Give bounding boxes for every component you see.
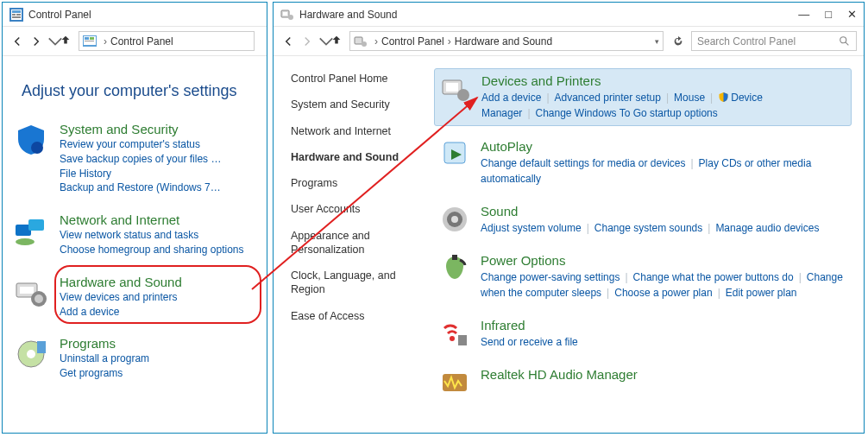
block-link[interactable]: Add a device bbox=[481, 92, 541, 104]
settings-block: SoundAdjust system volume|Change system … bbox=[434, 200, 852, 240]
block-icon bbox=[440, 73, 471, 104]
search-input[interactable]: Search Control Panel bbox=[691, 31, 857, 51]
side-nav-item[interactable]: Network and Internet bbox=[291, 124, 429, 138]
svg-rect-4 bbox=[16, 14, 21, 16]
category-link[interactable]: Backup and Restore (Windows 7… bbox=[60, 180, 256, 195]
maximize-button[interactable]: □ bbox=[825, 8, 832, 21]
settings-block: InfraredSend or receive a file bbox=[434, 314, 852, 354]
category-link[interactable]: Uninstall a program bbox=[60, 352, 256, 366]
nav-toolbar: › Control Panel › Hardware and Sound ▾ S… bbox=[274, 27, 864, 56]
hardware-and-sound-window: Hardware and Sound — □ ✕ › Control Panel… bbox=[273, 2, 865, 434]
refresh-button[interactable] bbox=[669, 32, 688, 51]
forward-button[interactable] bbox=[299, 34, 315, 49]
block-title[interactable]: Realtek HD Audio Manager bbox=[481, 367, 638, 382]
category-title[interactable]: Network and Internet bbox=[60, 212, 179, 227]
hardware-sound-icon bbox=[280, 8, 294, 22]
minimize-button[interactable]: — bbox=[798, 8, 809, 21]
category-title[interactable]: System and Security bbox=[60, 122, 179, 136]
svg-rect-23 bbox=[283, 12, 287, 16]
side-nav-item[interactable]: Hardware and Sound bbox=[291, 150, 429, 164]
breadcrumb-item[interactable]: Hardware and Sound bbox=[455, 35, 552, 48]
block-link[interactable]: Advanced printer setup bbox=[555, 92, 661, 104]
side-nav-item[interactable]: Appearance and Personalization bbox=[291, 229, 429, 257]
block-title[interactable]: Power Options bbox=[481, 253, 846, 268]
block-link[interactable]: Change system sounds bbox=[594, 222, 702, 234]
block-icon bbox=[439, 139, 470, 170]
main-panel: Devices and PrintersAdd a device|Advance… bbox=[429, 56, 864, 411]
side-nav-item[interactable]: Programs bbox=[291, 176, 429, 190]
block-link[interactable]: Change what the power buttons do bbox=[633, 271, 794, 283]
block-title[interactable]: Sound bbox=[481, 204, 819, 218]
content-area: Control Panel HomeSystem and SecurityNet… bbox=[274, 56, 864, 411]
category-icon bbox=[13, 122, 49, 158]
breadcrumb-dropdown[interactable]: ▾ bbox=[655, 37, 659, 46]
svg-point-36 bbox=[451, 216, 458, 223]
block-icon bbox=[439, 367, 470, 398]
category-item: Network and InternetView network status … bbox=[13, 208, 256, 262]
titlebar: Hardware and Sound — □ ✕ bbox=[274, 3, 864, 27]
category-title[interactable]: Hardware and Sound bbox=[60, 275, 182, 289]
block-title[interactable]: AutoPlay bbox=[481, 139, 846, 154]
side-nav-item[interactable]: Clock, Language, and Region bbox=[291, 269, 429, 297]
svg-rect-30 bbox=[446, 83, 458, 92]
close-button[interactable]: ✕ bbox=[847, 8, 857, 21]
svg-rect-9 bbox=[90, 37, 94, 40]
category-link[interactable]: Review your computer's status bbox=[60, 137, 256, 152]
location-icon bbox=[354, 35, 368, 48]
titlebar: Control Panel bbox=[3, 3, 267, 27]
side-nav-item[interactable]: System and Security bbox=[291, 98, 429, 111]
category-link[interactable]: Get programs bbox=[60, 366, 256, 381]
svg-line-28 bbox=[846, 41, 849, 45]
side-nav-item[interactable]: Control Panel Home bbox=[291, 72, 429, 86]
side-nav-item[interactable]: Ease of Access bbox=[291, 309, 429, 323]
address-bar[interactable]: › Control Panel › Hardware and Sound ▾ bbox=[349, 31, 664, 51]
back-button[interactable] bbox=[9, 34, 25, 49]
settings-block: Power OptionsChange power-saving setting… bbox=[434, 249, 852, 305]
page-heading: Adjust your computer's settings bbox=[22, 82, 267, 100]
block-link[interactable]: Adjust system volume bbox=[481, 222, 582, 234]
window-title: Control Panel bbox=[28, 9, 260, 21]
forward-button[interactable] bbox=[28, 34, 44, 49]
category-item: ProgramsUninstall a programGet programs bbox=[13, 332, 256, 385]
recent-dropdown[interactable] bbox=[318, 34, 327, 49]
recent-dropdown[interactable] bbox=[47, 34, 56, 49]
block-link[interactable]: Change Windows To Go startup options bbox=[536, 107, 718, 119]
category-icon bbox=[13, 275, 49, 311]
svg-rect-25 bbox=[355, 37, 362, 44]
settings-block: Realtek HD Audio Manager bbox=[434, 363, 852, 402]
block-icon bbox=[439, 253, 470, 284]
back-button[interactable] bbox=[280, 34, 296, 49]
block-link[interactable]: Edit power plan bbox=[726, 287, 797, 299]
svg-point-38 bbox=[450, 336, 455, 341]
category-link[interactable]: Add a device bbox=[60, 305, 256, 320]
category-link[interactable]: View network status and tasks bbox=[60, 228, 256, 243]
block-link[interactable]: Mouse bbox=[674, 92, 705, 104]
category-link[interactable]: Save backup copies of your files … bbox=[60, 152, 256, 167]
breadcrumb-item[interactable]: Control Panel bbox=[381, 35, 444, 48]
shield-icon bbox=[718, 92, 729, 103]
category-item: Hardware and SoundView devices and print… bbox=[13, 270, 256, 324]
side-nav: Control Panel HomeSystem and SecurityNet… bbox=[274, 56, 429, 411]
block-link[interactable]: Change default settings for media or dev… bbox=[481, 157, 685, 169]
window-title: Hardware and Sound bbox=[299, 9, 798, 21]
svg-rect-8 bbox=[85, 37, 89, 40]
block-link[interactable]: Manage audio devices bbox=[715, 222, 819, 234]
search-icon bbox=[839, 35, 851, 48]
address-bar[interactable]: › Control Panel bbox=[79, 31, 255, 51]
up-button[interactable] bbox=[330, 34, 346, 49]
up-button[interactable] bbox=[60, 34, 75, 49]
breadcrumb-item[interactable]: Control Panel bbox=[110, 35, 173, 48]
block-title[interactable]: Infrared bbox=[481, 318, 578, 332]
block-title[interactable]: Devices and Printers bbox=[481, 73, 846, 88]
category-link[interactable]: File History bbox=[60, 167, 256, 181]
block-link[interactable]: Choose a power plan bbox=[614, 287, 712, 299]
block-link[interactable]: Change power-saving settings bbox=[481, 271, 620, 283]
svg-point-24 bbox=[288, 15, 293, 20]
category-link[interactable]: Choose homegroup and sharing options bbox=[60, 243, 256, 257]
side-nav-item[interactable]: User Accounts bbox=[291, 202, 429, 216]
svg-point-20 bbox=[27, 350, 35, 358]
block-link[interactable]: Send or receive a file bbox=[481, 336, 578, 348]
category-title[interactable]: Programs bbox=[60, 336, 116, 351]
svg-point-27 bbox=[840, 36, 846, 42]
category-link[interactable]: View devices and printers bbox=[60, 290, 256, 305]
